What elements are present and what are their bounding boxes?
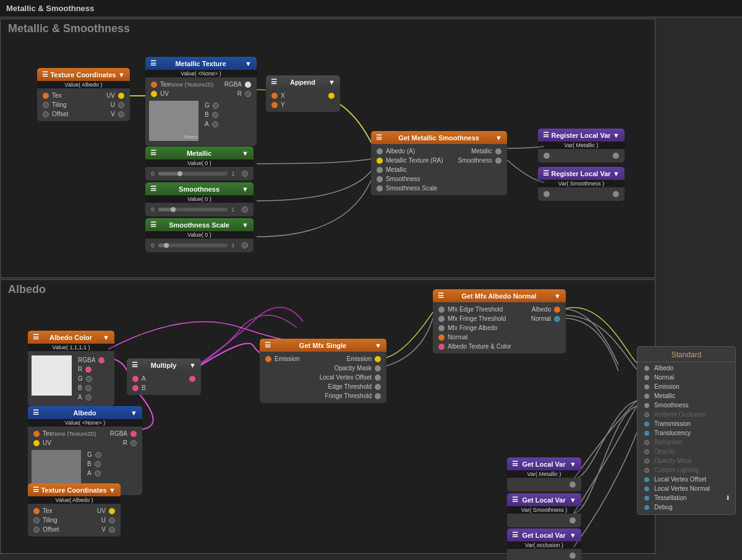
node-get-metallic-smoothness[interactable]: ☰ Get Metallic Smoothness ▼ Albedo (A) M… <box>371 131 507 195</box>
gms-port-albedo-in[interactable] <box>377 148 383 155</box>
sp-row-custom-lighting[interactable]: Custom Lighting <box>638 465 735 475</box>
mt-port-g[interactable] <box>213 103 219 109</box>
node-albedo-color[interactable]: ☰ Albedo Color ▼ Value( 1,1,1,1 ) RGBA R… <box>28 331 114 406</box>
sp-port-transmission[interactable] <box>644 422 649 426</box>
sp-port-lvn[interactable] <box>644 486 649 491</box>
menu-icon-gms2[interactable]: ☰ <box>265 341 271 349</box>
tc2-port-u[interactable] <box>109 517 115 524</box>
rlvm-port-in[interactable] <box>544 153 550 159</box>
sp-row-debug[interactable]: Debug <box>638 503 735 512</box>
ss-out-port[interactable] <box>242 242 248 248</box>
smoothness-slider[interactable] <box>158 208 228 211</box>
arrow-icon-mul[interactable]: ▼ <box>189 362 196 369</box>
glvs-port-out[interactable] <box>569 517 576 524</box>
ac-port-b[interactable] <box>85 385 92 391</box>
sp-port-metallic[interactable] <box>644 394 649 399</box>
menu-icon-gman[interactable]: ☰ <box>438 292 444 300</box>
rlvs-port-out[interactable] <box>613 191 619 197</box>
mt-port-a[interactable] <box>212 121 218 127</box>
sp-port-emission[interactable] <box>644 384 649 389</box>
at-port-g[interactable] <box>95 452 101 458</box>
smoothness-out-port[interactable] <box>242 206 248 213</box>
gman-port-albedo-out[interactable] <box>554 307 560 313</box>
tc2-port-tex[interactable] <box>33 508 40 514</box>
at-port-a[interactable] <box>95 470 101 477</box>
arrow-icon-at[interactable]: ▼ <box>130 409 137 417</box>
app-port-x[interactable] <box>271 93 278 99</box>
menu-icon-1[interactable]: ☰ <box>42 70 48 78</box>
arrow-icon-tc2[interactable]: ▼ <box>109 486 116 494</box>
at-port-b[interactable] <box>95 461 101 467</box>
arrow-icon-glvs[interactable]: ▼ <box>569 496 576 504</box>
arrow-icon-mv[interactable]: ▼ <box>242 150 249 157</box>
arrow-icon-gman[interactable]: ▼ <box>554 292 561 300</box>
sp-port-smoothness[interactable] <box>644 403 649 408</box>
node-metallic-value[interactable]: ☰ Metallic ▼ Value( 0 ) 0 1 <box>145 146 254 180</box>
arrow-icon-mt[interactable]: ▼ <box>245 60 252 67</box>
menu-icon-mt[interactable]: ☰ <box>150 59 156 67</box>
node-smoothness-value[interactable]: ☰ Smoothness ▼ Value( 0 ) 0 1 <box>145 182 254 216</box>
sp-port-translucency[interactable] <box>644 431 649 436</box>
menu-icon-glvm[interactable]: ☰ <box>512 460 518 468</box>
node-get-local-metallic[interactable]: ☰ Get Local Var ▼ Var( Metallic ) <box>507 457 581 491</box>
arrow-icon-1[interactable]: ▼ <box>118 71 125 78</box>
gms2-port-emission-in[interactable] <box>265 356 271 362</box>
sp-row-lvn[interactable]: Local Vertex Normal <box>638 484 735 493</box>
gms-port-smoothness-in[interactable] <box>377 176 383 182</box>
gms-port-ss-in[interactable] <box>377 185 383 192</box>
sp-row-lvo[interactable]: Local Vertex Offset <box>638 475 735 484</box>
mt-port-b[interactable] <box>212 112 218 118</box>
tc2-port-v[interactable] <box>109 527 115 533</box>
port-v-out[interactable] <box>118 111 124 117</box>
at-port-r[interactable] <box>130 440 137 446</box>
app-port-y[interactable] <box>271 102 278 108</box>
arrow-icon-sv[interactable]: ▼ <box>242 185 249 193</box>
menu-icon-ss[interactable]: ☰ <box>150 221 156 229</box>
gms-port-smoothness-out[interactable] <box>495 158 501 164</box>
port-uv-out[interactable] <box>118 93 124 99</box>
gms2-port-emission-out[interactable] <box>375 356 381 362</box>
gms2-port-lvo[interactable] <box>375 375 381 381</box>
ss-slider[interactable] <box>158 244 228 247</box>
port-offset-in[interactable] <box>43 111 49 117</box>
sp-port-tessellation[interactable] <box>644 496 649 501</box>
sp-row-albedo[interactable]: Albedo <box>638 363 735 373</box>
mt-port-tex[interactable] <box>151 82 157 88</box>
ac-color-preview[interactable] <box>32 355 72 396</box>
gms-port-metallic-out[interactable] <box>495 148 501 155</box>
arrow-icon-gms[interactable]: ▼ <box>495 134 502 142</box>
arrow-icon-glvo[interactable]: ▼ <box>569 532 576 539</box>
node-get-local-smoothness[interactable]: ☰ Get Local Var ▼ Var( Smoothness ) <box>507 493 581 527</box>
port-u-out[interactable] <box>118 102 124 108</box>
gms-port-metallic-in[interactable] <box>377 167 383 173</box>
tc2-port-uv[interactable] <box>109 508 115 514</box>
gman-port-edge[interactable] <box>438 307 445 313</box>
mt-port-uv[interactable] <box>151 91 157 97</box>
metallic-slider[interactable] <box>158 172 228 176</box>
gman-port-atc[interactable] <box>438 344 445 350</box>
arrow-icon-gms2[interactable]: ▼ <box>375 342 382 349</box>
mul-port-a[interactable] <box>132 376 139 382</box>
sp-port-albedo[interactable] <box>644 366 649 371</box>
sp-port-opacity-mask[interactable] <box>644 459 649 464</box>
sp-port-custom-lighting[interactable] <box>644 468 649 473</box>
mt-select-label[interactable]: Select <box>182 133 198 141</box>
arrow-icon-rlvm[interactable]: ▼ <box>613 132 620 139</box>
app-port-out[interactable] <box>328 93 335 99</box>
arrow-icon-rlvs[interactable]: ▼ <box>613 170 620 177</box>
sp-row-metallic[interactable]: Metallic <box>638 391 735 401</box>
sp-row-ao[interactable]: Ambient Occlusion <box>638 410 735 419</box>
rlvs-port-in[interactable] <box>544 191 550 197</box>
tc2-port-tiling[interactable] <box>33 517 40 524</box>
gms2-port-fringe[interactable] <box>375 393 381 399</box>
sp-port-ao[interactable] <box>644 412 649 417</box>
sp-row-opacity-mask[interactable]: Opacity Mask <box>638 456 735 465</box>
node-albedo-texture[interactable]: ☰ Albedo ▼ Value( <None> ) Tex None (Tex… <box>28 406 142 495</box>
rlvm-port-out[interactable] <box>613 153 619 159</box>
ac-port-r[interactable] <box>85 367 92 373</box>
sp-row-translucency[interactable]: Translucency <box>638 428 735 438</box>
gms2-port-opacity[interactable] <box>375 365 381 371</box>
at-port-rgba[interactable] <box>130 431 137 437</box>
sp-row-opacity[interactable]: Opacity <box>638 447 735 456</box>
gman-port-fa[interactable] <box>438 325 445 331</box>
